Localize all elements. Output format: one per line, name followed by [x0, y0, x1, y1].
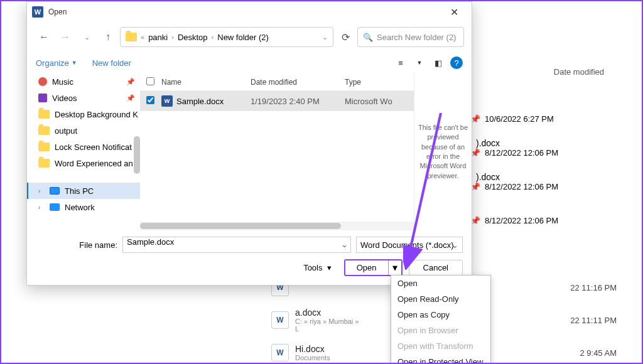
scrollbar-thumb[interactable] [134, 136, 140, 174]
pin-icon: 📌 [126, 94, 135, 102]
dialog-title: Open [48, 8, 441, 16]
pin-icon: 📌 [126, 78, 135, 86]
filename-input[interactable]: Sample.docx⌄ [122, 237, 351, 253]
preview-pane: This file can't be previewed because of … [414, 73, 472, 230]
bg-date: 8/12/2022 12:06 PM [485, 216, 629, 225]
open-button[interactable]: Open [345, 260, 389, 275]
chevron-down-icon[interactable]: ▼ [411, 55, 428, 71]
bg-filename-fragment: ).docx [476, 138, 500, 148]
menu-open-copy[interactable]: Open as Copy [391, 307, 490, 323]
word-file-icon: W [271, 311, 289, 329]
folder-tree[interactable]: Music📌 Videos📌 Desktop Background K outp… [27, 73, 140, 230]
word-file-icon: W [161, 95, 173, 107]
folder-icon [126, 33, 137, 41]
cancel-button[interactable]: Cancel [409, 260, 463, 276]
video-icon [38, 94, 47, 102]
sidebar-item-this-pc[interactable]: ›This PC [27, 183, 140, 199]
folder-icon [38, 110, 50, 119]
folder-icon [38, 126, 50, 135]
tools-button[interactable]: Tools ▾ [303, 263, 332, 272]
open-dropdown-arrow[interactable]: ▾ [389, 260, 401, 275]
word-app-icon: W [32, 6, 43, 18]
file-checkbox[interactable] [146, 96, 154, 104]
folder-icon [38, 159, 50, 168]
menu-open-protected[interactable]: Open in Protected View [391, 354, 490, 364]
help-icon[interactable]: ? [450, 56, 463, 69]
menu-open-transform: Open with Transform [391, 338, 490, 354]
chevron-right-icon[interactable]: › [38, 204, 45, 211]
bg-file-list: 📌10/6/2022 6:27 PM 📌8/12/2022 12:06 PM 📌… [466, 102, 629, 237]
chevron-down-icon[interactable]: ⌄ [451, 240, 458, 250]
bg-date: 8/12/2022 12:06 PM [485, 182, 629, 191]
filename-label: File name: [36, 240, 117, 250]
search-input[interactable]: 🔍 Search New folder (2) [357, 27, 464, 47]
bg-column-date: Date modified [554, 67, 604, 77]
refresh-icon[interactable]: ⟳ [336, 28, 355, 46]
open-dropdown-menu[interactable]: Open Open Read-Only Open as Copy Open in… [391, 275, 491, 364]
new-folder-button[interactable]: New folder [92, 58, 131, 68]
network-icon [50, 203, 60, 211]
chevron-down-icon[interactable]: ⌄ [77, 28, 96, 46]
file-type-filter[interactable]: Word Documents (*.docx)⌄ [356, 237, 463, 253]
horizontal-scrollbar[interactable] [140, 222, 414, 230]
column-headers[interactable]: Name Date modified Type [140, 73, 414, 91]
chevron-down-icon[interactable]: ⌄ [341, 240, 348, 249]
close-icon[interactable]: ✕ [441, 6, 467, 18]
menu-open[interactable]: Open [391, 276, 490, 291]
dialog-titlebar[interactable]: W Open ✕ [27, 2, 472, 22]
breadcrumb[interactable]: « panki › Desktop › New folder (2) ⌄ [120, 27, 333, 47]
up-icon[interactable]: ↑ [99, 28, 117, 46]
view-list-icon[interactable]: ≡ [392, 55, 409, 71]
word-file-icon: W [271, 344, 289, 361]
pc-icon [50, 187, 60, 195]
menu-open-browser: Open in Browser [391, 323, 490, 338]
open-split-button[interactable]: Open ▾ [344, 259, 403, 276]
menu-open-readonly[interactable]: Open Read-Only [391, 291, 490, 307]
bg-date: 10/6/2022 6:27 PM [485, 114, 629, 124]
back-icon[interactable]: ← [35, 28, 53, 46]
scrollbar-thumb[interactable] [140, 223, 341, 229]
music-icon [38, 77, 47, 86]
sidebar-item-network[interactable]: ›Network [27, 199, 140, 215]
preview-pane-icon[interactable]: ◧ [430, 55, 446, 71]
chevron-down-icon[interactable]: ⌄ [322, 33, 328, 41]
forward-icon[interactable]: → [56, 28, 75, 46]
bg-date: 8/12/2022 12:06 PM [485, 148, 629, 158]
folder-icon [38, 142, 50, 151]
search-icon: 🔍 [363, 33, 373, 42]
select-all-checkbox[interactable] [146, 77, 154, 85]
file-row[interactable]: W Sample.docx 1/19/2023 2:40 PM Microsof… [140, 91, 414, 111]
open-dialog: W Open ✕ ← → ⌄ ↑ « panki › Desktop › New… [26, 1, 472, 286]
organize-button[interactable]: Organize▼ [36, 58, 77, 68]
chevron-right-icon[interactable]: › [38, 188, 45, 195]
bg-filename-fragment: ).docx [476, 172, 500, 182]
